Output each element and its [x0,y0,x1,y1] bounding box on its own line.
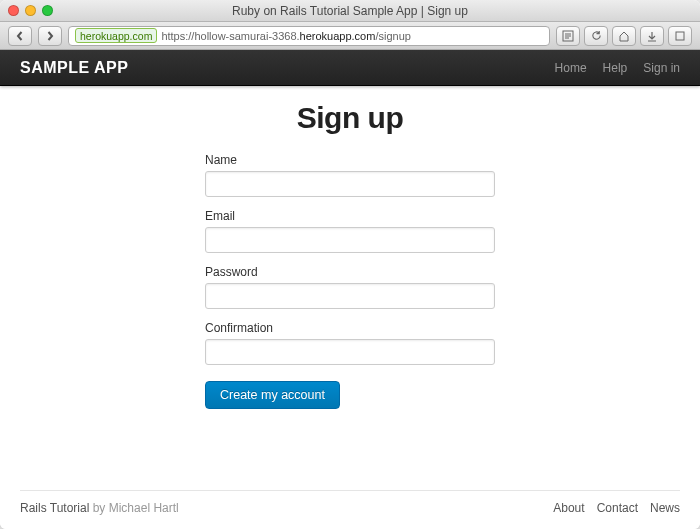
form-group-confirmation: Confirmation [205,321,495,365]
home-button[interactable] [612,26,636,46]
chevron-right-icon [45,31,55,41]
forward-button[interactable] [38,26,62,46]
home-icon [618,30,630,42]
footer-about[interactable]: About [553,501,584,515]
downloads-button[interactable] [640,26,664,46]
form-group-password: Password [205,265,495,309]
nav-home[interactable]: Home [555,61,587,75]
footer-left: Rails Tutorial by Michael Hartl [20,501,179,515]
traffic-lights [8,5,53,16]
footer-tutorial-link[interactable]: Rails Tutorial [20,501,89,515]
zoom-icon[interactable] [42,5,53,16]
nav-signin[interactable]: Sign in [643,61,680,75]
footer: Rails Tutorial by Michael Hartl About Co… [20,490,680,529]
form-group-email: Email [205,209,495,253]
password-input[interactable] [205,283,495,309]
nav-links: Home Help Sign in [555,61,680,75]
reload-icon [591,30,602,41]
address-bar[interactable]: herokuapp.com https://hollow-samurai-336… [68,26,550,46]
confirmation-input[interactable] [205,339,495,365]
email-label: Email [205,209,495,223]
footer-news[interactable]: News [650,501,680,515]
footer-right: About Contact News [553,501,680,515]
app-navbar: SAMPLE APP Home Help Sign in [0,50,700,86]
password-label: Password [205,265,495,279]
page-viewport: SAMPLE APP Home Help Sign in Sign up Nam… [0,50,700,529]
puzzle-icon [674,30,686,42]
reader-icon [562,30,574,42]
toolbar-right [556,26,692,46]
close-icon[interactable] [8,5,19,16]
reload-button[interactable] [584,26,608,46]
confirmation-label: Confirmation [205,321,495,335]
name-input[interactable] [205,171,495,197]
footer-by-text: by Michael Hartl [89,501,178,515]
reader-button[interactable] [556,26,580,46]
site-identity-badge: herokuapp.com [75,28,157,43]
page-title: Sign up [20,101,680,135]
form-group-name: Name [205,153,495,197]
chevron-left-icon [15,31,25,41]
window-title: Ruby on Rails Tutorial Sample App | Sign… [0,4,700,18]
name-label: Name [205,153,495,167]
extensions-button[interactable] [668,26,692,46]
signup-form: Name Email Password Confirmation Create … [205,153,495,409]
brand-link[interactable]: SAMPLE APP [20,59,128,77]
create-account-button[interactable]: Create my account [205,381,340,409]
main-container: Sign up Name Email Password Confirmation [0,86,700,465]
email-input[interactable] [205,227,495,253]
titlebar: Ruby on Rails Tutorial Sample App | Sign… [0,0,700,22]
url-text: https://hollow-samurai-3368.herokuapp.co… [161,30,411,42]
footer-contact[interactable]: Contact [597,501,638,515]
download-icon [646,30,658,42]
svg-rect-4 [676,32,684,40]
browser-toolbar: herokuapp.com https://hollow-samurai-336… [0,22,700,50]
back-button[interactable] [8,26,32,46]
minimize-icon[interactable] [25,5,36,16]
browser-window: Ruby on Rails Tutorial Sample App | Sign… [0,0,700,529]
nav-help[interactable]: Help [603,61,628,75]
